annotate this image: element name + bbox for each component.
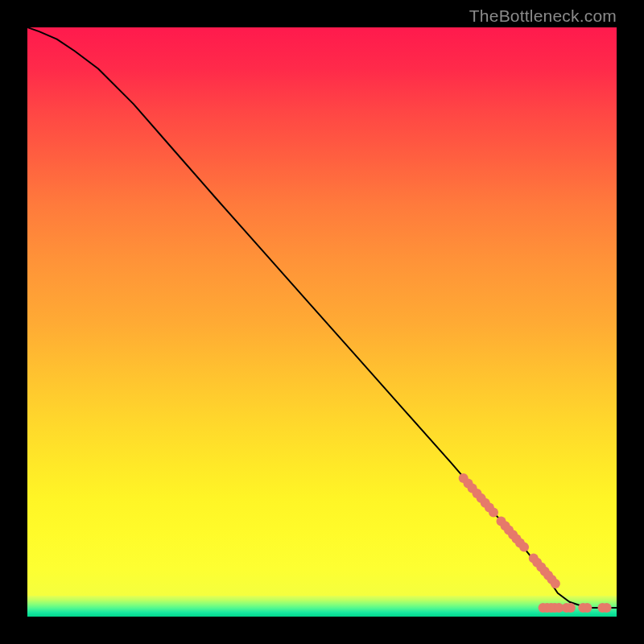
curve-line [27, 27, 617, 608]
scatter-point [551, 579, 560, 588]
chart-frame: TheBottleneck.com [0, 0, 644, 644]
scatter-point [489, 507, 498, 517]
scatter-group [459, 473, 612, 613]
chart-svg-layer [27, 27, 617, 617]
attribution-text: TheBottleneck.com [469, 6, 617, 26]
scatter-point [519, 543, 529, 552]
scatter-point [582, 603, 592, 613]
scatter-point [602, 603, 612, 613]
scatter-point [566, 603, 576, 613]
plot-area [27, 27, 617, 617]
